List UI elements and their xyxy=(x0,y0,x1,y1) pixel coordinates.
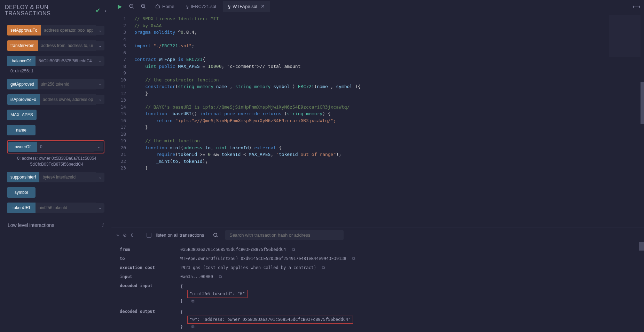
chevron-down-icon[interactable]: ⌄ xyxy=(96,203,104,213)
copy-icon[interactable]: ⧉ xyxy=(191,299,195,303)
symbol-button[interactable]: symbol xyxy=(7,187,36,198)
terminal-header: » ⊘ 0 listen on all transactions xyxy=(111,228,644,242)
transferfrom-input[interactable] xyxy=(38,40,96,51)
close-icon[interactable]: ✕ xyxy=(261,3,265,9)
expand-icon[interactable]: ⟷ xyxy=(633,3,641,10)
term-val: WTFApe.ownerOf(uint256) 0xd9145CCE52D386… xyxy=(180,256,346,261)
transferfrom-button[interactable]: transferFrom xyxy=(7,40,38,51)
zoom-out-icon[interactable] xyxy=(127,1,136,11)
fn-ownerof: ownerOf ⌄ 0: address: owner 0x5B38Da6a70… xyxy=(7,140,104,167)
copy-icon[interactable]: ⧉ xyxy=(352,256,355,261)
solidity-icon: § xyxy=(228,4,230,9)
tab-wtfape[interactable]: § WTFApe.sol ✕ xyxy=(223,1,270,12)
ban-icon[interactable]: ⊘ xyxy=(123,232,127,238)
supportsinterface-input[interactable] xyxy=(39,172,96,182)
tab-home[interactable]: Home xyxy=(150,1,179,12)
pending-count: 0 xyxy=(131,232,133,238)
term-row-from: from 0x5B38Da6a701c568545dCfcB03FcB875f5… xyxy=(120,247,636,252)
chevron-right-icon[interactable]: › xyxy=(105,8,107,13)
copy-icon[interactable]: ⧉ xyxy=(219,274,222,279)
check-icon: ✔ xyxy=(95,7,101,14)
search-icon[interactable] xyxy=(213,232,218,238)
balanceof-output: 0: uint256: 1 xyxy=(7,66,104,74)
solidity-icon: § xyxy=(186,4,189,9)
balanceof-button[interactable]: balanceOf xyxy=(7,56,36,66)
fn-symbol: symbol xyxy=(7,187,104,198)
chevron-down-icon[interactable]: ⌄ xyxy=(96,41,104,50)
svg-point-7 xyxy=(214,233,217,236)
fn-maxapes: MAX_APES xyxy=(7,110,104,120)
terminal-scrollbar[interactable] xyxy=(639,242,644,251)
chevron-down-icon[interactable]: ⌄ xyxy=(96,95,104,104)
term-row-input: input 0x635...00000 ⧉ xyxy=(120,274,636,279)
decoded-input-highlight: "uint256 tokenId": "0" xyxy=(187,290,248,298)
low-level-label: Low level interactions xyxy=(8,222,54,228)
copy-icon[interactable]: ⧉ xyxy=(191,324,195,329)
line-gutter: 1234567891011121314151617181920212223 xyxy=(111,13,130,228)
fn-tokenuri: tokenURI ⌄ xyxy=(7,203,104,213)
tab-home-label: Home xyxy=(162,4,174,9)
term-key: input xyxy=(120,274,172,279)
fn-transferfrom: transferFrom ⌄ xyxy=(7,40,104,51)
terminal-body: from 0x5B38Da6a701c568545dCfcB03FcB875f5… xyxy=(111,242,644,332)
copy-icon[interactable]: ⧉ xyxy=(292,247,295,252)
editor-area: ▶ Home § IERC721.sol § WTFApe.sol ✕ ⟷ 12… xyxy=(111,0,644,332)
panel-header: DEPLOY & RUN TRANSACTIONS ✔ › xyxy=(3,0,109,22)
ownerof-input[interactable] xyxy=(37,142,94,152)
listen-label: listen on all transactions xyxy=(156,232,204,238)
chevron-down-icon[interactable]: ⌄ xyxy=(96,26,104,35)
ownerof-output: 0: address: owner 0x5B38Da6a701c56854 5d… xyxy=(7,153,104,167)
svg-line-4 xyxy=(144,7,146,8)
ownerof-button[interactable]: ownerOf xyxy=(8,142,37,152)
zoom-in-icon[interactable] xyxy=(139,1,148,11)
toolbar: ▶ Home § IERC721.sol § WTFApe.sol ✕ ⟷ xyxy=(111,0,644,13)
name-button[interactable]: name xyxy=(7,125,36,135)
copy-icon[interactable]: ⧉ xyxy=(322,265,325,270)
isapprovedforall-button[interactable]: isApprovedFo xyxy=(7,94,40,105)
play-icon[interactable]: ▶ xyxy=(115,1,125,11)
getapproved-input[interactable] xyxy=(38,79,96,89)
term-key: decoded input xyxy=(120,283,172,288)
tab-ierc721[interactable]: § IERC721.sol xyxy=(181,1,221,12)
fn-isapprovedforall: isApprovedFo ⌄ xyxy=(7,94,104,105)
fn-balanceof: balanceOf ⌄ 0: uint256: 1 xyxy=(7,56,104,74)
tokenuri-input[interactable] xyxy=(36,203,96,213)
chevron-down-icon[interactable]: ⌄ xyxy=(94,142,103,151)
isapprovedforall-input[interactable] xyxy=(40,94,96,105)
collapse-icon[interactable]: » xyxy=(116,232,119,238)
editor-scrollbar[interactable] xyxy=(641,82,644,124)
balanceof-input[interactable] xyxy=(36,56,96,66)
fn-supportsinterface: supportsInterf ⌄ xyxy=(7,172,104,182)
editor-content[interactable]: // SPDX-License-Identifier: MIT// by 0xA… xyxy=(130,13,644,228)
tokenuri-button[interactable]: tokenURI xyxy=(7,203,36,213)
supportsinterface-button[interactable]: supportsInterf xyxy=(7,172,39,182)
tab-wtfape-label: WTFApe.sol xyxy=(233,4,257,9)
low-level-section: Low level interactions i xyxy=(3,218,109,232)
decoded-output-highlight: "0": "address: owner 0x5B38Da6a701c56854… xyxy=(187,316,353,324)
terminal: » ⊘ 0 listen on all transactions from 0x… xyxy=(111,228,644,332)
setapprovalforall-button[interactable]: setApprovalFo xyxy=(7,25,41,35)
chevron-down-icon[interactable]: ⌄ xyxy=(96,173,104,182)
chevron-down-icon[interactable]: ⌄ xyxy=(96,56,104,66)
setapprovalforall-input[interactable] xyxy=(41,25,96,35)
maxapes-button[interactable]: MAX_APES xyxy=(7,110,37,120)
minimap[interactable] xyxy=(609,15,641,57)
svg-line-8 xyxy=(217,236,218,237)
tab-ierc721-label: IERC721.sol xyxy=(191,4,216,9)
code-editor[interactable]: 1234567891011121314151617181920212223 //… xyxy=(111,13,644,228)
info-icon[interactable]: i xyxy=(102,222,104,228)
panel-title: DEPLOY & RUN TRANSACTIONS xyxy=(5,4,93,17)
fn-getapproved: getApproved ⌄ xyxy=(7,79,104,89)
terminal-search-input[interactable] xyxy=(225,230,344,240)
term-val: 0x5B38Da6a701c568545dCfcB03FcB875f56bedd… xyxy=(180,247,286,252)
fn-setapprovalforall: setApprovalFo ⌄ xyxy=(7,25,104,35)
fn-name: name xyxy=(7,125,104,135)
deploy-panel: DEPLOY & RUN TRANSACTIONS ✔ › setApprova… xyxy=(0,0,111,332)
getapproved-button[interactable]: getApproved xyxy=(7,79,38,89)
chevron-down-icon[interactable]: ⌄ xyxy=(96,79,104,89)
term-key: execution cost xyxy=(120,265,172,270)
term-row-decoded-output: decoded output { "0": "address: owner 0x… xyxy=(120,309,636,331)
term-row-cost: execution cost 2923 gas (Cost only appli… xyxy=(120,265,636,270)
listen-checkbox[interactable] xyxy=(147,233,151,238)
svg-line-1 xyxy=(133,7,134,8)
